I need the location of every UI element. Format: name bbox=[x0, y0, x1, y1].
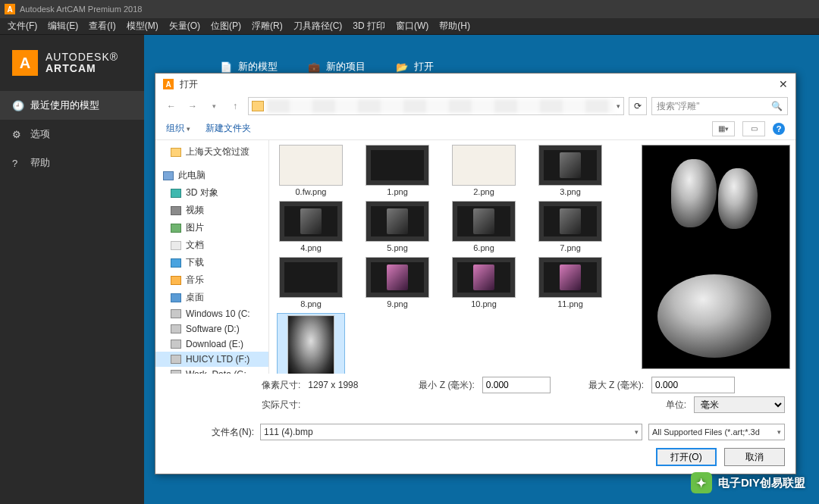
tree-item-video[interactable]: 视频 bbox=[155, 202, 268, 219]
file-item[interactable]: 11.png bbox=[536, 257, 604, 308]
picture-icon bbox=[171, 224, 181, 233]
file-item[interactable]: 5.png bbox=[363, 201, 431, 252]
file-item[interactable]: 2.png bbox=[450, 145, 518, 196]
file-item[interactable]: 9.png bbox=[363, 257, 431, 308]
chevron-down-icon[interactable]: ▾ bbox=[617, 102, 620, 110]
tree-item-museum[interactable]: 上海天文馆过渡 bbox=[155, 143, 268, 161]
menu-help[interactable]: 帮助(H) bbox=[439, 20, 470, 33]
dialog-title: 打开 bbox=[180, 78, 198, 91]
new-project-button[interactable]: 💼新的项目 bbox=[308, 60, 366, 74]
file-filter-select[interactable]: All Supported Files (*.art;*.3d▾ bbox=[648, 424, 785, 440]
thumbnail bbox=[452, 201, 516, 242]
menu-model[interactable]: 模型(M) bbox=[127, 20, 158, 33]
nav-recent-models[interactable]: 🕘 最近使用的模型 bbox=[0, 91, 144, 120]
file-item[interactable]: 6.png bbox=[450, 201, 518, 252]
unit-label: 单位: bbox=[666, 399, 686, 412]
minz-input[interactable] bbox=[482, 377, 551, 393]
menu-file[interactable]: 文件(F) bbox=[8, 20, 37, 33]
tree-item-music[interactable]: 音乐 bbox=[155, 271, 268, 289]
dialog-titlebar: A 打开 ✕ bbox=[155, 74, 795, 95]
music-icon bbox=[171, 276, 181, 285]
tree-item-drive-c[interactable]: Windows 10 (C: bbox=[155, 306, 268, 321]
file-item[interactable]: 8.png bbox=[277, 257, 345, 308]
nav-forward-icon[interactable]: → bbox=[184, 98, 201, 114]
folder-open-icon: 📂 bbox=[396, 61, 408, 73]
thumbnail bbox=[366, 257, 429, 298]
dialog-params: 像素尺寸: 1297 x 1998 最小 Z (毫米): 最大 Z (毫米): bbox=[155, 374, 795, 396]
file-name: 0.fw.png bbox=[296, 187, 327, 196]
tree-item-thispc[interactable]: 此电脑 bbox=[155, 167, 268, 184]
open-button[interactable]: 📂打开 bbox=[396, 60, 434, 74]
file-item[interactable]: 1.png bbox=[363, 145, 431, 196]
cube-icon bbox=[171, 189, 181, 198]
menu-toolpath[interactable]: 刀具路径(C) bbox=[293, 20, 343, 33]
tree-item-drive-e[interactable]: Download (E:) bbox=[155, 337, 268, 352]
cancel-button[interactable]: 取消 bbox=[724, 448, 785, 466]
file-item[interactable]: 0.fw.png bbox=[277, 145, 345, 196]
drive-icon bbox=[171, 324, 181, 333]
close-icon[interactable]: ✕ bbox=[779, 78, 788, 90]
path-blurred bbox=[267, 99, 613, 113]
pixel-dim-value: 1297 x 1998 bbox=[308, 380, 358, 390]
menu-edit[interactable]: 编辑(E) bbox=[48, 20, 78, 33]
preview-pane-button[interactable]: ▭ bbox=[742, 121, 765, 136]
path-bar[interactable]: ▾ bbox=[248, 97, 624, 115]
tree-item-doc[interactable]: 文档 bbox=[155, 236, 268, 254]
chevron-down-icon[interactable]: ▾ bbox=[635, 428, 639, 436]
view-mode-button[interactable]: ▦ ▾ bbox=[712, 121, 735, 136]
video-icon bbox=[171, 206, 181, 215]
tree-item-drive-d[interactable]: Software (D:) bbox=[155, 321, 268, 337]
search-input[interactable]: 搜索"浮雕" 🔍 bbox=[651, 97, 788, 115]
tree-item-desktop[interactable]: 桌面 bbox=[155, 289, 268, 306]
nav-help[interactable]: ? 帮助 bbox=[0, 149, 144, 177]
nav-help-label: 帮助 bbox=[30, 156, 50, 170]
file-item-selected[interactable]: 111 (4).bmp bbox=[277, 313, 345, 374]
help-icon[interactable]: ? bbox=[773, 123, 785, 135]
thumbnail bbox=[538, 201, 602, 242]
filename-input[interactable]: 111 (4).bmp▾ bbox=[260, 424, 642, 440]
search-placeholder: 搜索"浮雕" bbox=[657, 100, 700, 113]
brand-line1: AUTODESK bbox=[46, 51, 110, 63]
menu-vector[interactable]: 矢量(O) bbox=[169, 20, 200, 33]
nav-history-icon[interactable]: ▾ bbox=[206, 98, 222, 114]
menu-view[interactable]: 查看(I) bbox=[89, 20, 115, 33]
file-item[interactable]: 4.png bbox=[277, 201, 345, 252]
thumbnail bbox=[538, 145, 602, 186]
nav-back-icon[interactable]: ← bbox=[163, 98, 180, 114]
file-name: 9.png bbox=[387, 299, 408, 308]
tree-item-download[interactable]: 下载 bbox=[155, 254, 268, 271]
menu-relief[interactable]: 浮雕(R) bbox=[252, 20, 283, 33]
maxz-input[interactable] bbox=[651, 377, 735, 393]
menu-bitmap[interactable]: 位图(P) bbox=[211, 20, 241, 33]
download-icon bbox=[171, 258, 181, 268]
nav-up-icon[interactable]: ↑ bbox=[227, 98, 243, 114]
pc-icon bbox=[163, 171, 174, 180]
organize-menu[interactable]: 组织 ▾ bbox=[166, 122, 190, 135]
tree-item-picture[interactable]: 图片 bbox=[155, 219, 268, 236]
file-name: 3.png bbox=[560, 187, 581, 196]
chevron-down-icon[interactable]: ▾ bbox=[777, 428, 781, 436]
open-button[interactable]: 打开(O) bbox=[656, 448, 717, 466]
menu-3dprint[interactable]: 3D 打印 bbox=[353, 20, 385, 33]
unit-select[interactable]: 毫米 bbox=[694, 396, 785, 413]
minz-label: 最小 Z (毫米): bbox=[419, 379, 474, 392]
file-item[interactable]: 10.png bbox=[450, 257, 518, 308]
file-item[interactable]: 7.png bbox=[536, 201, 604, 252]
menu-window[interactable]: 窗口(W) bbox=[396, 20, 428, 33]
file-name: 1.png bbox=[387, 187, 408, 196]
thumbnail bbox=[538, 257, 602, 298]
tree-item-drive-f[interactable]: HUICY LTD (F:) bbox=[155, 352, 268, 367]
preview-image bbox=[642, 145, 790, 369]
folder-icon bbox=[252, 101, 264, 111]
tree-item-drive-g[interactable]: Work_Data (G: bbox=[155, 367, 268, 374]
thumbnail bbox=[279, 145, 343, 186]
refresh-icon[interactable]: ⟳ bbox=[629, 97, 647, 115]
tree-item-3d[interactable]: 3D 对象 bbox=[155, 184, 268, 202]
file-name: 10.png bbox=[471, 299, 497, 308]
dialog-toolbar: 组织 ▾ 新建文件夹 ▦ ▾ ▭ ? bbox=[155, 117, 795, 140]
nav-options[interactable]: ⚙ 选项 bbox=[0, 120, 144, 149]
file-item[interactable]: 3.png bbox=[536, 145, 604, 196]
briefcase-icon: 💼 bbox=[308, 61, 320, 73]
new-folder-button[interactable]: 新建文件夹 bbox=[206, 122, 251, 135]
new-model-button[interactable]: 📄新的模型 bbox=[220, 60, 278, 74]
